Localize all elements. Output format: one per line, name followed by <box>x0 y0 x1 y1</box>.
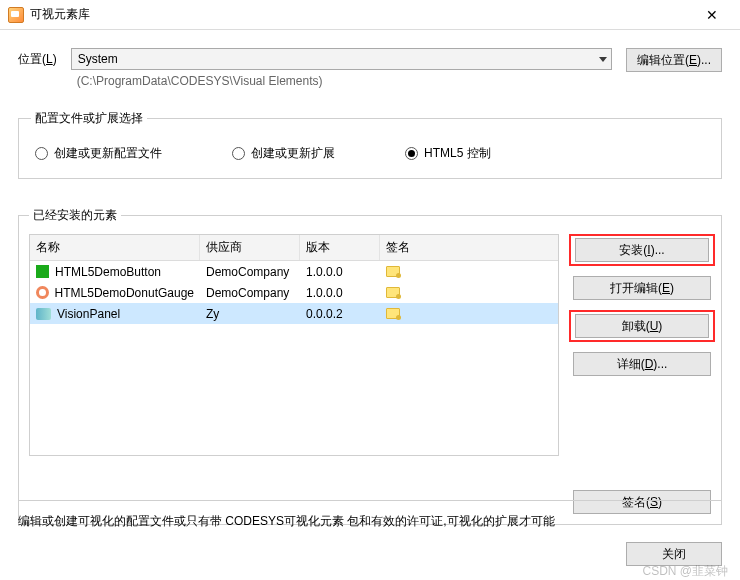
location-label: 位置(L) <box>18 48 57 68</box>
signature-icon <box>386 287 400 298</box>
close-icon: ✕ <box>706 7 718 23</box>
location-row: 位置(L) System (C:\ProgramData\CODESYS\Vis… <box>18 48 722 88</box>
cell-name: HTML5DemoButton <box>30 265 200 279</box>
col-vendor[interactable]: 供应商 <box>200 235 300 260</box>
panel-icon <box>36 308 51 320</box>
cell-name: HTML5DemoDonutGauge <box>30 286 200 300</box>
radio-row: 创建或更新配置文件 创建或更新扩展 HTML5 控制 <box>31 137 709 162</box>
cell-version: 1.0.0.0 <box>300 286 380 300</box>
spacer <box>573 388 711 478</box>
config-fieldset: 配置文件或扩展选择 创建或更新配置文件 创建或更新扩展 HTML5 控制 <box>18 110 722 179</box>
open-edit-button[interactable]: 打开编辑(E) <box>573 276 711 300</box>
chevron-down-icon <box>599 57 607 62</box>
cell-version: 0.0.0.2 <box>300 307 380 321</box>
cell-vendor: DemoCompany <box>200 265 300 279</box>
cell-sign <box>380 266 558 277</box>
table-header: 名称 供应商 版本 签名 <box>30 235 558 261</box>
signature-icon <box>386 266 400 277</box>
footer-description: 编辑或创建可视化的配置文件或只有带 CODESYS可视化元素 包和有效的许可证,… <box>18 500 722 530</box>
table-body: HTML5DemoButtonDemoCompany1.0.0.0HTML5De… <box>30 261 558 324</box>
highlight-uninstall: 卸载(U) <box>569 310 715 342</box>
table-row[interactable]: HTML5DemoButtonDemoCompany1.0.0.0 <box>30 261 558 282</box>
table-row[interactable]: HTML5DemoDonutGaugeDemoCompany1.0.0.0 <box>30 282 558 303</box>
cell-vendor: DemoCompany <box>200 286 300 300</box>
cell-vendor: Zy <box>200 307 300 321</box>
cell-sign <box>380 287 558 298</box>
installed-legend: 已经安装的元素 <box>29 207 121 224</box>
col-version[interactable]: 版本 <box>300 235 380 260</box>
cell-name: VisionPanel <box>30 307 200 321</box>
location-column: System (C:\ProgramData\CODESYS\Visual El… <box>71 48 612 88</box>
uninstall-button[interactable]: 卸载(U) <box>575 314 709 338</box>
config-legend: 配置文件或扩展选择 <box>31 110 147 127</box>
elements-table[interactable]: 名称 供应商 版本 签名 HTML5DemoButtonDemoCompany1… <box>29 234 559 456</box>
installed-body: 名称 供应商 版本 签名 HTML5DemoButtonDemoCompany1… <box>29 234 711 514</box>
install-button[interactable]: 安装(I)... <box>575 238 709 262</box>
cell-sign <box>380 308 558 319</box>
radio-create-extension[interactable]: 创建或更新扩展 <box>232 145 335 162</box>
window-title: 可视元素库 <box>30 6 692 23</box>
radio-icon <box>232 147 245 160</box>
edit-location-button[interactable]: 编辑位置(E)... <box>626 48 722 72</box>
table-row[interactable]: VisionPanelZy0.0.0.2 <box>30 303 558 324</box>
installed-fieldset: 已经安装的元素 名称 供应商 版本 签名 HTML5DemoButtonDemo… <box>18 207 722 525</box>
cell-version: 1.0.0.0 <box>300 265 380 279</box>
col-name[interactable]: 名称 <box>30 235 200 260</box>
donut-icon <box>36 286 49 299</box>
highlight-install: 安装(I)... <box>569 234 715 266</box>
watermark: CSDN @韭菜钟 <box>642 563 728 580</box>
radio-create-config-file[interactable]: 创建或更新配置文件 <box>35 145 162 162</box>
cell-name-text: HTML5DemoButton <box>55 265 161 279</box>
location-path: (C:\ProgramData\CODESYS\Visual Elements) <box>71 70 612 88</box>
cell-name-text: VisionPanel <box>57 307 120 321</box>
signature-icon <box>386 308 400 319</box>
side-buttons: 安装(I)... 打开编辑(E) 卸载(U) 详细(D)... 签名(S) <box>573 234 711 514</box>
details-button[interactable]: 详细(D)... <box>573 352 711 376</box>
titlebar: 可视元素库 ✕ <box>0 0 740 30</box>
radio-icon <box>405 147 418 160</box>
radio-icon <box>35 147 48 160</box>
square-icon <box>36 265 49 278</box>
col-sign[interactable]: 签名 <box>380 235 558 260</box>
location-select-value: System <box>78 52 118 66</box>
cell-name-text: HTML5DemoDonutGauge <box>55 286 194 300</box>
window-close-button[interactable]: ✕ <box>692 1 732 29</box>
content-area: 位置(L) System (C:\ProgramData\CODESYS\Vis… <box>0 30 740 535</box>
app-icon <box>8 7 24 23</box>
location-select[interactable]: System <box>71 48 612 70</box>
radio-html5-control[interactable]: HTML5 控制 <box>405 145 491 162</box>
